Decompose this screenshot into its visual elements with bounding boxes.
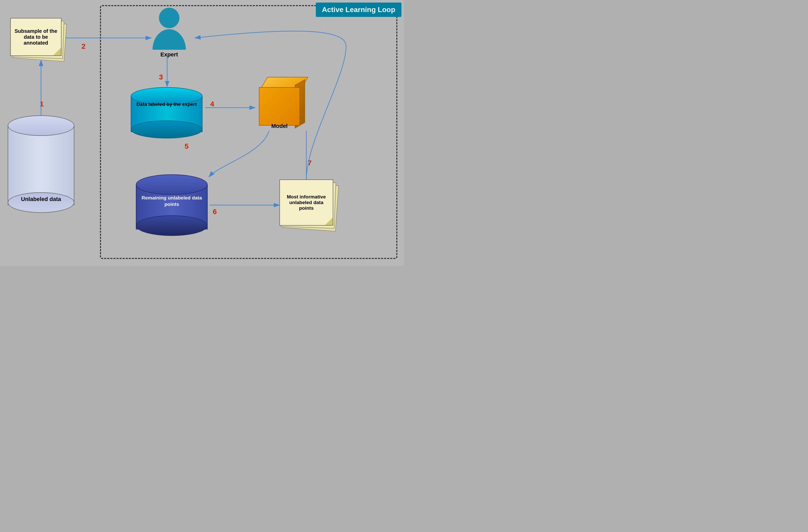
cylinder-top [8,115,74,136]
expert-head-icon [159,8,180,28]
teal-cylinder-bottom [131,121,203,139]
cylinder-bottom [8,192,74,213]
labeled-data-label: Data labeled by the expert [131,101,203,108]
expert-body-icon [152,29,186,50]
model-label: Model [254,123,305,129]
remaining-data-label: Remaining unlabeled data points [136,195,208,207]
diagram-container: Active Learning Loop Subsample of the da… [0,0,404,266]
active-learning-loop-label: Active Learning Loop [316,3,401,17]
step-4-label: 4 [210,100,214,108]
subsample-node: Subsample of the data to be annotated [10,18,67,61]
blue-cylinder-top [136,175,208,195]
step-3-label: 3 [159,73,163,81]
step-7-label: 7 [308,159,312,167]
expert-node: Expert [149,8,190,58]
cube-front-face [259,87,300,126]
step-5-label: 5 [185,142,189,150]
subsample-label: Subsample of the data to be annotated [10,18,61,56]
step-1-label: 1 [40,100,44,108]
step-6-label: 6 [213,208,217,216]
labeled-data-node: Data labeled by the expert [131,87,203,139]
informative-data-node: Most informative unlabeled data points [279,180,341,236]
blue-cylinder-bottom [136,215,208,236]
unlabeled-data-label: Unlabeled data [8,196,74,203]
step-2-label: 2 [81,42,86,51]
unlabeled-data-node: Unlabeled data [8,115,74,213]
remaining-data-node: Remaining unlabeled data points [136,175,208,236]
expert-label: Expert [149,51,190,58]
model-node: Model [254,77,305,128]
informative-data-label: Most informative unlabeled data points [279,180,333,226]
